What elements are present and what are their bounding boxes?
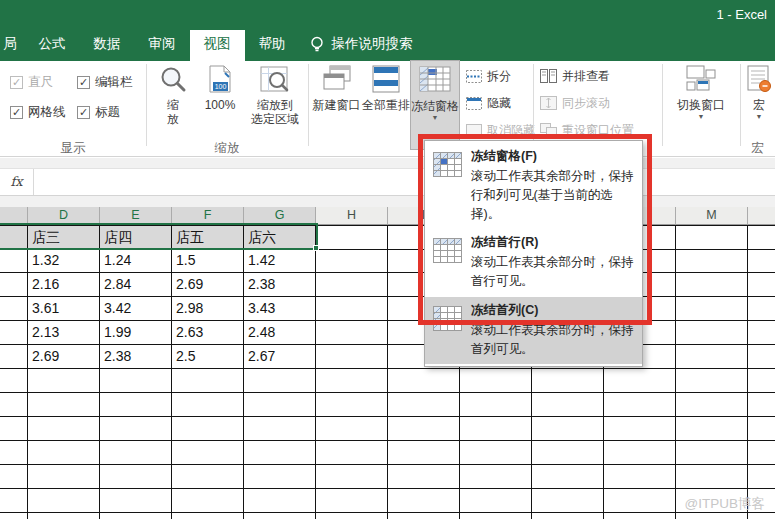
cell[interactable]: 2.5 [172, 345, 244, 369]
cell[interactable] [676, 465, 748, 489]
cell[interactable] [0, 225, 28, 250]
view-side-by-side-button[interactable]: 并排查看 [540, 66, 610, 86]
cell[interactable] [28, 369, 100, 393]
cell[interactable] [604, 417, 676, 441]
cell[interactable] [604, 489, 676, 513]
cell[interactable]: 店五 [172, 225, 244, 250]
tell-me-search[interactable]: 操作说明搜索 [300, 30, 423, 58]
cell[interactable] [316, 417, 388, 441]
cell[interactable] [316, 225, 388, 250]
cell[interactable] [748, 465, 775, 489]
hide-button[interactable]: 隐藏 [466, 93, 511, 113]
cell[interactable]: 2.69 [28, 345, 100, 369]
cell[interactable] [676, 249, 748, 273]
menu-item-freeze-top-row[interactable]: 冻结首行(R) 滚动工作表其余部分时，保持首行可见。 [425, 229, 642, 297]
cell[interactable] [460, 393, 532, 417]
cell[interactable] [676, 513, 748, 519]
cell[interactable] [316, 513, 388, 519]
arrange-all-button[interactable]: 全部重排 [362, 60, 410, 148]
cell[interactable]: 1.99 [100, 321, 172, 345]
unhide-button[interactable]: 取消隐藏 [466, 120, 535, 140]
cell[interactable]: 2.69 [172, 273, 244, 297]
cell[interactable]: 店三 [28, 225, 100, 250]
column-header[interactable]: M [676, 207, 748, 225]
cell[interactable] [244, 393, 316, 417]
cell[interactable] [676, 345, 748, 369]
tab-formulas[interactable]: 公式 [25, 30, 80, 58]
cell[interactable] [0, 513, 28, 519]
tab-help[interactable]: 帮助 [245, 30, 300, 58]
cell[interactable] [316, 297, 388, 321]
cell[interactable] [28, 465, 100, 489]
cell[interactable] [244, 513, 316, 519]
cell[interactable] [460, 489, 532, 513]
cell[interactable]: 2.13 [28, 321, 100, 345]
cell[interactable]: 1.42 [244, 249, 316, 273]
cell[interactable] [100, 441, 172, 465]
macros-button[interactable]: 宏 ▼ [744, 60, 774, 148]
cell[interactable] [28, 393, 100, 417]
cell[interactable] [316, 273, 388, 297]
cell[interactable]: 3.42 [100, 297, 172, 321]
checkbox-formula-bar[interactable]: ✓ 编辑栏 [77, 74, 133, 91]
freeze-panes-button[interactable]: 冻结窗格 ▼ [410, 60, 460, 150]
cell[interactable] [100, 513, 172, 519]
cell[interactable] [0, 249, 28, 273]
column-header[interactable] [748, 207, 775, 225]
cell[interactable] [388, 417, 460, 441]
tab-page-layout-partial[interactable]: 局 [0, 30, 25, 58]
cell[interactable] [748, 273, 775, 297]
cell[interactable] [244, 369, 316, 393]
new-window-button[interactable]: 新建窗口 [312, 60, 361, 148]
cell[interactable]: 3.43 [244, 297, 316, 321]
cell[interactable]: 1.24 [100, 249, 172, 273]
cell[interactable] [748, 393, 775, 417]
cell[interactable]: 3.61 [28, 297, 100, 321]
column-header[interactable]: H [316, 207, 388, 225]
cell[interactable] [100, 489, 172, 513]
cell[interactable] [676, 441, 748, 465]
cell[interactable] [748, 321, 775, 345]
column-header[interactable]: F [172, 207, 244, 225]
cell[interactable] [676, 297, 748, 321]
cell[interactable] [532, 417, 604, 441]
cell[interactable] [0, 297, 28, 321]
cell[interactable] [316, 465, 388, 489]
cell[interactable] [0, 489, 28, 513]
cell[interactable] [676, 417, 748, 441]
cell[interactable] [172, 465, 244, 489]
checkbox-headings[interactable]: ✓ 标题 [77, 104, 120, 121]
cell[interactable] [172, 441, 244, 465]
cell[interactable] [28, 489, 100, 513]
cell[interactable] [172, 393, 244, 417]
switch-windows-button[interactable]: 切换窗口 ▼ [668, 60, 734, 148]
cell[interactable]: 1.32 [28, 249, 100, 273]
cell[interactable] [604, 393, 676, 417]
cell[interactable] [316, 369, 388, 393]
cell[interactable] [604, 465, 676, 489]
cell[interactable] [0, 465, 28, 489]
formula-input[interactable] [34, 169, 775, 195]
cell[interactable] [532, 465, 604, 489]
cell[interactable] [316, 345, 388, 369]
cell[interactable] [676, 393, 748, 417]
cell[interactable] [460, 513, 532, 519]
cell[interactable] [244, 489, 316, 513]
checkbox-gridlines[interactable]: ✓ 网格线 [10, 104, 66, 121]
cell[interactable] [28, 513, 100, 519]
cell[interactable] [532, 489, 604, 513]
cell[interactable] [748, 225, 775, 250]
column-header[interactable]: D [28, 207, 100, 225]
cell[interactable] [748, 441, 775, 465]
cell[interactable] [0, 369, 28, 393]
cell[interactable] [100, 393, 172, 417]
cell[interactable] [748, 345, 775, 369]
cell[interactable] [604, 369, 676, 393]
tab-data[interactable]: 数据 [80, 30, 135, 58]
cell[interactable]: 1.5 [172, 249, 244, 273]
cell[interactable] [532, 513, 604, 519]
cell[interactable] [100, 369, 172, 393]
cell[interactable] [0, 345, 28, 369]
cell[interactable] [0, 417, 28, 441]
cell[interactable] [676, 321, 748, 345]
